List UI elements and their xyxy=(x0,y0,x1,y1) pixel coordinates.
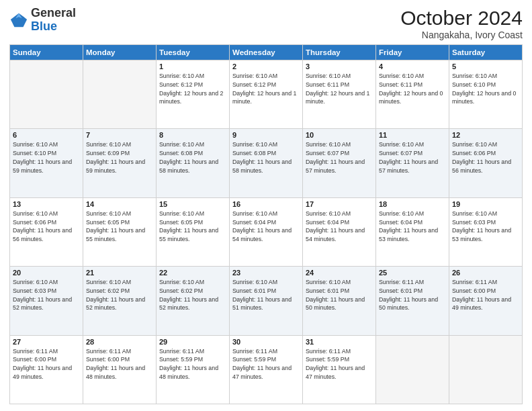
month-title: October 2024 xyxy=(400,7,523,30)
day-info: Sunrise: 6:10 AMSunset: 6:07 PMDaylight:… xyxy=(379,140,446,175)
page: General Blue October 2024 Nangakaha, Ivo… xyxy=(0,0,532,411)
day-info: Sunrise: 6:10 AMSunset: 6:09 PMDaylight:… xyxy=(86,140,153,175)
day-number: 10 xyxy=(306,131,373,139)
day-info: Sunrise: 6:10 AMSunset: 6:02 PMDaylight:… xyxy=(159,278,226,312)
calendar-cell xyxy=(376,335,449,404)
calendar-cell: 11Sunrise: 6:10 AMSunset: 6:07 PMDayligh… xyxy=(376,129,449,197)
calendar-cell: 20Sunrise: 6:10 AMSunset: 6:03 PMDayligh… xyxy=(10,267,83,335)
calendar-cell: 19Sunrise: 6:10 AMSunset: 6:03 PMDayligh… xyxy=(449,197,523,266)
calendar-cell: 9Sunrise: 6:10 AMSunset: 6:08 PMDaylight… xyxy=(230,129,303,197)
day-number: 17 xyxy=(306,200,373,208)
logo-general: General xyxy=(31,6,76,19)
header-monday: Monday xyxy=(83,45,157,60)
day-info: Sunrise: 6:10 AMSunset: 6:06 PMDaylight:… xyxy=(13,210,80,244)
calendar-cell xyxy=(449,335,523,404)
day-number: 11 xyxy=(379,131,446,139)
calendar-cell: 8Sunrise: 6:10 AMSunset: 6:08 PMDaylight… xyxy=(157,129,230,197)
calendar-cell: 31Sunrise: 6:11 AMSunset: 5:59 PMDayligh… xyxy=(303,335,376,404)
calendar-cell xyxy=(83,60,157,129)
day-info: Sunrise: 6:10 AMSunset: 6:11 PMDaylight:… xyxy=(306,72,373,106)
calendar-cell: 16Sunrise: 6:10 AMSunset: 6:04 PMDayligh… xyxy=(230,197,303,266)
day-number: 6 xyxy=(13,131,80,139)
day-info: Sunrise: 6:10 AMSunset: 6:04 PMDaylight:… xyxy=(379,210,446,244)
calendar-cell: 15Sunrise: 6:10 AMSunset: 6:05 PMDayligh… xyxy=(157,197,230,266)
day-info: Sunrise: 6:10 AMSunset: 6:07 PMDaylight:… xyxy=(306,140,373,175)
calendar-cell xyxy=(10,60,83,129)
calendar-cell: 30Sunrise: 6:11 AMSunset: 5:59 PMDayligh… xyxy=(230,335,303,404)
day-info: Sunrise: 6:10 AMSunset: 6:01 PMDaylight:… xyxy=(306,278,373,312)
day-number: 25 xyxy=(379,269,446,277)
day-info: Sunrise: 6:10 AMSunset: 6:10 PMDaylight:… xyxy=(13,140,80,175)
day-info: Sunrise: 6:10 AMSunset: 6:01 PMDaylight:… xyxy=(232,278,300,312)
calendar-week-5: 27Sunrise: 6:11 AMSunset: 6:00 PMDayligh… xyxy=(10,335,523,404)
calendar-header-row: Sunday Monday Tuesday Wednesday Thursday… xyxy=(10,45,523,60)
day-number: 29 xyxy=(159,338,226,346)
day-number: 8 xyxy=(159,131,226,139)
calendar-cell: 29Sunrise: 6:11 AMSunset: 5:59 PMDayligh… xyxy=(157,335,230,404)
calendar-cell: 22Sunrise: 6:10 AMSunset: 6:02 PMDayligh… xyxy=(157,267,230,335)
day-number: 4 xyxy=(379,62,446,71)
day-info: Sunrise: 6:10 AMSunset: 6:10 PMDaylight:… xyxy=(452,72,519,106)
calendar-week-1: 1Sunrise: 6:10 AMSunset: 6:12 PMDaylight… xyxy=(10,60,523,129)
calendar-cell: 6Sunrise: 6:10 AMSunset: 6:10 PMDaylight… xyxy=(10,129,83,197)
header-saturday: Saturday xyxy=(449,45,523,60)
day-number: 19 xyxy=(452,200,519,208)
logo-blue: Blue xyxy=(31,19,57,33)
day-number: 20 xyxy=(13,269,80,277)
day-number: 12 xyxy=(452,131,519,139)
calendar-cell: 3Sunrise: 6:10 AMSunset: 6:11 PMDaylight… xyxy=(303,60,376,129)
calendar-cell: 18Sunrise: 6:10 AMSunset: 6:04 PMDayligh… xyxy=(376,197,449,266)
day-info: Sunrise: 6:10 AMSunset: 6:12 PMDaylight:… xyxy=(159,72,226,106)
day-number: 2 xyxy=(232,62,300,71)
calendar-cell: 2Sunrise: 6:10 AMSunset: 6:12 PMDaylight… xyxy=(230,60,303,129)
day-info: Sunrise: 6:11 AMSunset: 6:01 PMDaylight:… xyxy=(379,278,446,312)
day-info: Sunrise: 6:10 AMSunset: 6:11 PMDaylight:… xyxy=(379,72,446,106)
header-thursday: Thursday xyxy=(303,45,376,60)
logo: General Blue xyxy=(9,7,76,34)
calendar-cell: 4Sunrise: 6:10 AMSunset: 6:11 PMDaylight… xyxy=(376,60,449,129)
day-number: 24 xyxy=(306,269,373,277)
calendar-cell: 7Sunrise: 6:10 AMSunset: 6:09 PMDaylight… xyxy=(83,129,157,197)
day-number: 30 xyxy=(232,338,300,346)
header-tuesday: Tuesday xyxy=(157,45,230,60)
calendar-cell: 14Sunrise: 6:10 AMSunset: 6:05 PMDayligh… xyxy=(83,197,157,266)
calendar-week-3: 13Sunrise: 6:10 AMSunset: 6:06 PMDayligh… xyxy=(10,197,523,266)
calendar-week-4: 20Sunrise: 6:10 AMSunset: 6:03 PMDayligh… xyxy=(10,267,523,335)
calendar-cell: 25Sunrise: 6:11 AMSunset: 6:01 PMDayligh… xyxy=(376,267,449,335)
day-number: 27 xyxy=(13,338,80,346)
day-info: Sunrise: 6:10 AMSunset: 6:12 PMDaylight:… xyxy=(232,72,300,106)
logo-text: General Blue xyxy=(31,7,76,34)
day-info: Sunrise: 6:10 AMSunset: 6:04 PMDaylight:… xyxy=(306,210,373,244)
day-info: Sunrise: 6:11 AMSunset: 5:59 PMDaylight:… xyxy=(306,347,373,381)
day-info: Sunrise: 6:11 AMSunset: 5:59 PMDaylight:… xyxy=(232,347,300,381)
header: General Blue October 2024 Nangakaha, Ivo… xyxy=(9,7,523,40)
calendar-cell: 21Sunrise: 6:10 AMSunset: 6:02 PMDayligh… xyxy=(83,267,157,335)
header-sunday: Sunday xyxy=(10,45,83,60)
day-number: 9 xyxy=(232,131,300,139)
calendar-cell: 24Sunrise: 6:10 AMSunset: 6:01 PMDayligh… xyxy=(303,267,376,335)
day-info: Sunrise: 6:11 AMSunset: 6:00 PMDaylight:… xyxy=(86,347,153,381)
subtitle: Nangakaha, Ivory Coast xyxy=(400,30,523,40)
day-number: 1 xyxy=(159,62,226,71)
calendar-cell: 1Sunrise: 6:10 AMSunset: 6:12 PMDaylight… xyxy=(157,60,230,129)
calendar-cell: 10Sunrise: 6:10 AMSunset: 6:07 PMDayligh… xyxy=(303,129,376,197)
day-info: Sunrise: 6:10 AMSunset: 6:03 PMDaylight:… xyxy=(13,278,80,312)
title-block: October 2024 Nangakaha, Ivory Coast xyxy=(400,7,523,40)
day-number: 13 xyxy=(13,200,80,208)
calendar-cell: 17Sunrise: 6:10 AMSunset: 6:04 PMDayligh… xyxy=(303,197,376,266)
day-number: 28 xyxy=(86,338,153,346)
day-number: 3 xyxy=(306,62,373,71)
day-info: Sunrise: 6:10 AMSunset: 6:04 PMDaylight:… xyxy=(232,210,300,244)
header-wednesday: Wednesday xyxy=(230,45,303,60)
day-number: 18 xyxy=(379,200,446,208)
day-info: Sunrise: 6:11 AMSunset: 6:00 PMDaylight:… xyxy=(452,278,519,312)
calendar-cell: 5Sunrise: 6:10 AMSunset: 6:10 PMDaylight… xyxy=(449,60,523,129)
day-number: 21 xyxy=(86,269,153,277)
day-number: 23 xyxy=(232,269,300,277)
calendar-cell: 13Sunrise: 6:10 AMSunset: 6:06 PMDayligh… xyxy=(10,197,83,266)
day-info: Sunrise: 6:11 AMSunset: 6:00 PMDaylight:… xyxy=(13,347,80,381)
day-info: Sunrise: 6:10 AMSunset: 6:08 PMDaylight:… xyxy=(232,140,300,175)
calendar-cell: 28Sunrise: 6:11 AMSunset: 6:00 PMDayligh… xyxy=(83,335,157,404)
day-info: Sunrise: 6:10 AMSunset: 6:06 PMDaylight:… xyxy=(452,140,519,175)
day-info: Sunrise: 6:10 AMSunset: 6:02 PMDaylight:… xyxy=(86,278,153,312)
